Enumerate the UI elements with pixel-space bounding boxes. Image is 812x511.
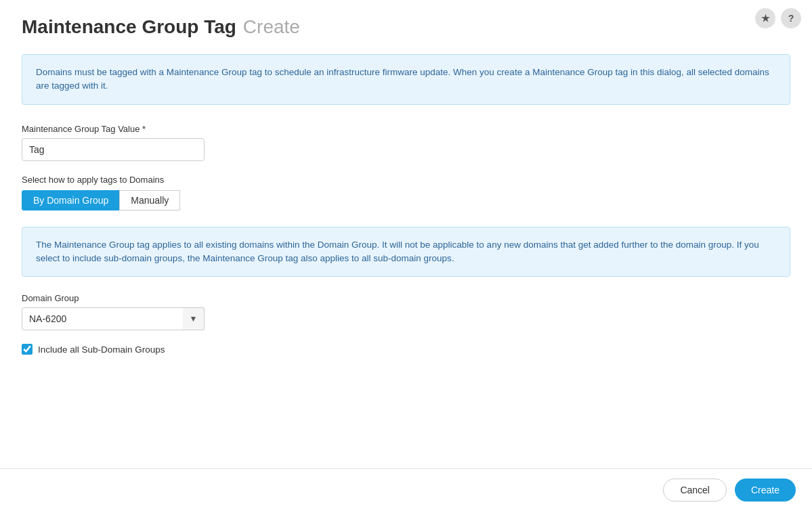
domain-group-label: Domain Group <box>22 293 790 303</box>
page-title-sub: Create <box>243 16 300 38</box>
star-button[interactable]: ★ <box>755 8 775 28</box>
include-sub-domain-label[interactable]: Include all Sub-Domain Groups <box>38 345 165 355</box>
include-sub-domain-checkbox[interactable] <box>22 344 33 355</box>
info-box-secondary: The Maintenance Group tag applies to all… <box>22 227 790 277</box>
page-title-main: Maintenance Group Tag <box>22 16 236 38</box>
top-right-icons: ★ ? <box>755 8 801 28</box>
info-box-secondary-text: The Maintenance Group tag applies to all… <box>36 240 759 263</box>
apply-tags-label: Select how to apply tags to Domains <box>22 175 790 185</box>
page-title: Maintenance Group Tag Create <box>22 16 790 38</box>
help-button[interactable]: ? <box>781 8 801 28</box>
checkbox-section: Include all Sub-Domain Groups <box>22 344 790 355</box>
tag-value-section: Maintenance Group Tag Value * <box>22 124 790 161</box>
page-container: ★ ? Maintenance Group Tag Create Domains… <box>0 0 812 511</box>
domain-group-section: Domain Group NA-6200NA-6100EU-5400 ▼ <box>22 293 790 330</box>
apply-mode-btn-group: By Domain Group Manually <box>22 190 790 210</box>
manually-button[interactable]: Manually <box>119 190 180 210</box>
info-box-primary: Domains must be tagged with a Maintenanc… <box>22 54 790 105</box>
by-domain-group-button[interactable]: By Domain Group <box>22 190 119 210</box>
tag-apply-section: Select how to apply tags to Domains By D… <box>22 175 790 210</box>
tag-value-input[interactable] <box>22 138 205 161</box>
star-icon: ★ <box>761 13 770 24</box>
help-icon: ? <box>788 13 794 24</box>
info-box-primary-text: Domains must be tagged with a Maintenanc… <box>36 67 769 91</box>
domain-group-select[interactable]: NA-6200NA-6100EU-5400 <box>22 307 205 330</box>
tag-value-label: Maintenance Group Tag Value * <box>22 124 790 134</box>
cancel-button[interactable]: Cancel <box>663 479 727 502</box>
footer-buttons: Cancel Create <box>0 468 812 511</box>
domain-group-select-wrapper: NA-6200NA-6100EU-5400 ▼ <box>22 307 205 330</box>
create-button[interactable]: Create <box>735 479 796 502</box>
